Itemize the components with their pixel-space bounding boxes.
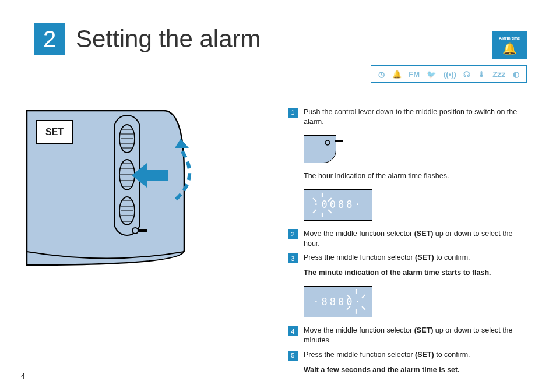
set-label-box: SET <box>36 120 73 144</box>
svg-point-20 <box>132 228 138 234</box>
badge-label: Alarm time <box>499 36 520 40</box>
step-number: 1 <box>288 108 298 118</box>
step-text: Press the middle function selector (SET)… <box>304 350 530 360</box>
step-1: 1 Push the control lever down to the mid… <box>288 107 530 127</box>
step-number: 3 <box>288 253 298 263</box>
bell-icon: 🔔 <box>392 70 402 79</box>
step-text: Move the middle function selector (SET) … <box>304 326 530 345</box>
step-3: 3 Press the middle function selector (SE… <box>288 253 530 263</box>
step-text: Move the middle function selector (SET) … <box>304 229 530 249</box>
instruction-list: 1 Push the control lever down to the mid… <box>288 107 530 375</box>
page-header: 2 Setting the alarm <box>34 23 261 55</box>
step-4: 4 Move the middle function selector (SET… <box>288 326 530 345</box>
lever-mini-illustration <box>304 135 336 163</box>
snooze-icon: Zᴢᴢ <box>492 70 505 79</box>
minute-flash-display: ·8800· <box>304 286 372 317</box>
clock-icon: ◷ <box>378 70 385 79</box>
contrast-icon: ◐ <box>513 70 519 79</box>
main-illustration: SET <box>21 105 260 274</box>
temperature-icon: 🌡 <box>478 70 485 79</box>
bird-icon: 🐦 <box>427 70 436 79</box>
alarm-time-badge: Alarm time 🔔 <box>492 31 527 59</box>
svg-point-24 <box>325 140 330 145</box>
fm-icon: FM <box>409 70 420 79</box>
bell-icon: 🔔 <box>502 41 517 55</box>
hour-flash-display: ·0088· <box>304 189 372 221</box>
step-note: Wait a few seconds and the alarm time is… <box>304 365 530 375</box>
section-number-badge: 2 <box>34 23 65 55</box>
step-number: 4 <box>288 326 298 336</box>
sphere-icon: ☊ <box>463 70 470 79</box>
step-5: 5 Press the middle function selector (SE… <box>288 350 530 361</box>
radio-icon: ((•)) <box>444 70 456 79</box>
step-note: The minute indication of the alarm time … <box>304 268 530 278</box>
step-2: 2 Move the middle function selector (SET… <box>288 229 530 249</box>
mode-icon-bar: ◷ 🔔 FM 🐦 ((•)) ☊ 🌡 Zᴢᴢ ◐ <box>371 65 527 83</box>
page-title: Setting the alarm <box>76 25 261 53</box>
step-number: 5 <box>288 351 298 361</box>
step-number: 2 <box>288 229 298 239</box>
page-number: 4 <box>21 372 25 380</box>
svg-rect-21 <box>147 170 168 181</box>
step-text: Press the middle function selector (SET)… <box>304 253 530 263</box>
step-note: The hour indication of the alarm time fl… <box>304 171 530 181</box>
step-text: Push the control lever down to the middl… <box>304 107 530 127</box>
